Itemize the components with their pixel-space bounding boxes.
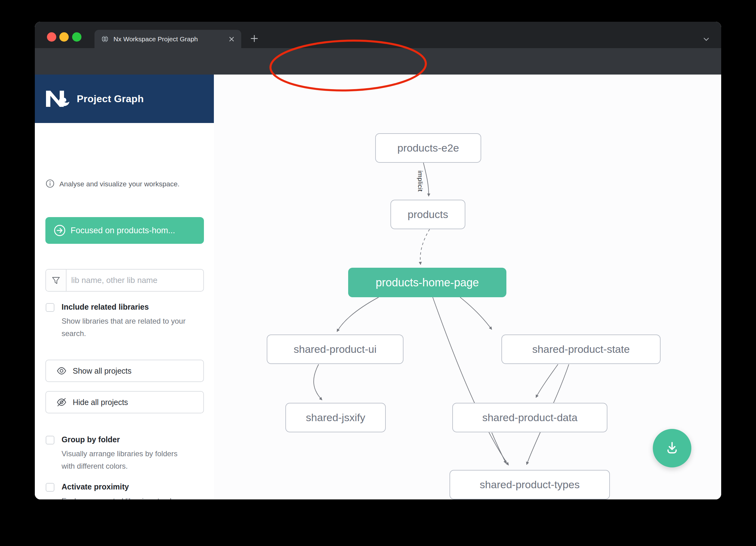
focused-on-label: Focused on products-hom...: [71, 226, 175, 236]
hide-all-projects-button[interactable]: Hide all projects: [45, 391, 204, 413]
graph-node-shared-product-state[interactable]: shared-product-state: [501, 334, 661, 364]
show-all-projects-button[interactable]: Show all projects: [45, 360, 204, 382]
edge-products-home-page-to-shared-product-ui: [337, 297, 379, 332]
sidebar: Project Graph Analyse and visualize your…: [35, 75, 214, 499]
tab-strip: Nx Workspace Project Graph: [35, 22, 721, 48]
globe-favicon-icon: [101, 35, 109, 43]
graph-node-shared-product-ui[interactable]: shared-product-ui: [267, 334, 403, 364]
graph-node-shared-product-data[interactable]: shared-product-data: [452, 403, 607, 432]
tab-search-chevron-icon[interactable]: [702, 35, 711, 44]
browser-toolbar: nrwl-nx-examples-dep-graph.netlify.app/?…: [35, 48, 721, 75]
browser-window: Nx Workspace Project Graph: [35, 22, 721, 499]
tagline-row: Analyse and visualize your workspace.: [46, 179, 179, 189]
include-related-description: Show libraries that are related to your …: [62, 315, 189, 340]
graph-node-products-e2e[interactable]: products-e2e: [375, 133, 481, 163]
focused-on-button[interactable]: Focused on products-hom...: [45, 217, 204, 244]
edge-implicit-label: implicit: [416, 169, 424, 193]
edge-shared-product-ui-to-shared-jsxify: [314, 364, 322, 400]
fullscreen-window-button[interactable]: [72, 32, 81, 42]
close-window-button[interactable]: [47, 32, 56, 42]
download-icon: [664, 440, 680, 457]
nx-logo: [45, 90, 69, 108]
project-graph-canvas[interactable]: products-e2eproductsproducts-home-pagesh…: [214, 75, 721, 499]
graph-node-products-home-page[interactable]: products-home-page: [348, 268, 506, 297]
activate-proximity-checkbox[interactable]: [46, 483, 54, 492]
edge-products-to-products-home-page: [420, 229, 430, 265]
minimize-window-button[interactable]: [59, 32, 69, 42]
sidebar-header: Project Graph: [35, 75, 214, 123]
info-icon: [46, 179, 54, 189]
edge-shared-product-state-to-shared-product-data: [536, 364, 558, 397]
group-by-folder-description: Visually arrange libraries by folders wi…: [62, 447, 189, 472]
arrow-right-circle-icon: [54, 225, 66, 236]
screenshot-root: Nx Workspace Project Graph: [0, 0, 756, 546]
graph-node-shared-jsxify[interactable]: shared-jsxify: [285, 403, 386, 432]
activate-proximity-label: Activate proximity: [62, 482, 129, 491]
include-related-label: Include related libraries: [62, 302, 149, 311]
edge-shared-product-data-to-shared-product-types: [492, 433, 506, 463]
hide-all-projects-label: Hide all projects: [73, 398, 128, 407]
edge-products-home-page-to-shared-product-types: [433, 297, 509, 465]
filter-box: [45, 269, 204, 291]
graph-node-shared-product-types[interactable]: shared-product-types: [449, 470, 610, 499]
tab-close-icon[interactable]: [228, 36, 235, 43]
include-related-checkbox[interactable]: [46, 303, 54, 312]
tagline-text: Analyse and visualize your workspace.: [59, 180, 179, 188]
download-image-button[interactable]: [653, 429, 691, 467]
activate-proximity-description: Explore connected libraries step by step…: [62, 495, 189, 499]
tab-title: Nx Workspace Project Graph: [113, 35, 198, 43]
group-by-folder-label: Group by folder: [62, 435, 120, 444]
browser-tab[interactable]: Nx Workspace Project Graph: [95, 30, 241, 48]
filter-funnel-icon: [46, 270, 67, 291]
group-by-folder-checkbox[interactable]: [46, 436, 54, 444]
graph-node-products[interactable]: products: [390, 200, 465, 229]
filter-input[interactable]: [67, 270, 203, 291]
eye-icon: [57, 366, 67, 376]
show-all-projects-label: Show all projects: [73, 366, 131, 375]
eye-off-icon: [57, 397, 67, 407]
edge-products-home-page-to-shared-product-state: [460, 297, 492, 329]
new-tab-button[interactable]: [249, 33, 260, 44]
app-title: Project Graph: [77, 93, 144, 105]
